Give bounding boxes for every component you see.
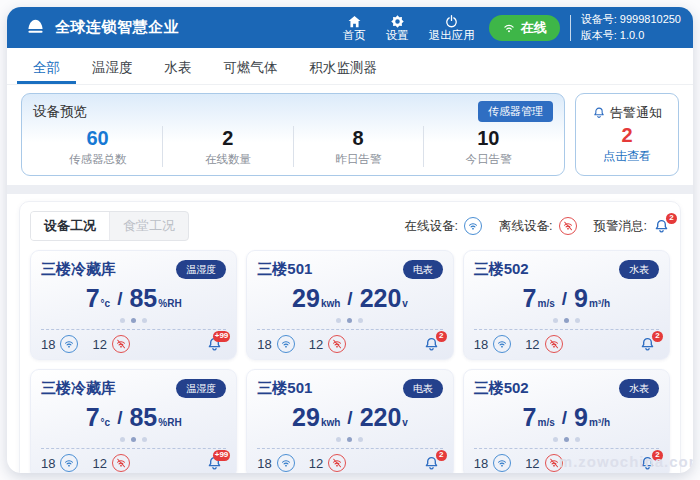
online-status-badge[interactable]: 在线 [489,15,560,41]
carousel-dots[interactable] [474,318,659,323]
device-name: 三楼501 [257,260,312,279]
tab-canteen-status[interactable]: 食堂工况 [110,212,188,240]
legend-offline-devices: 离线设备: [499,217,576,235]
app-window: 全球连锁智慧企业 首页 设置 退出应用 [7,7,693,473]
bell-icon [592,106,606,120]
gear-icon [390,14,405,29]
carousel-dot-active [131,318,136,323]
legend-online-devices: 在线设备: [405,217,482,235]
device-overview-panel: 设备预览 传感器管理 60 传感器总数 2 在线数量 8 昨日告警 10 [21,93,565,176]
legend-offline-label: 离线设备: [499,218,552,235]
card-alert-bell-icon[interactable]: +99 [206,455,223,472]
alarm-notification-panel[interactable]: 告警通知 2 点击查看 [575,93,679,176]
alarm-count: 2 [621,124,632,146]
reading-value-1: 29 [292,405,320,430]
carousel-dots[interactable] [257,318,442,323]
device-card[interactable]: 三楼冷藏库 温湿度 7°c / 85%RH 18 12 +99 [30,250,237,360]
wifi-offline-icon [545,454,563,472]
alarm-view-link[interactable]: 点击查看 [603,148,651,165]
online-count: 18 [474,337,488,352]
reading-unit-1: m/s [537,417,555,430]
carousel-dot [120,437,125,442]
filter-tab-all[interactable]: 全部 [17,48,76,84]
online-count: 18 [257,456,271,471]
stat-value: 2 [163,127,292,150]
legend-online-label: 在线设备: [405,218,458,235]
wifi-offline-icon [545,335,563,353]
reading-separator: / [117,407,122,430]
card-alert-bell-icon[interactable]: +99 [206,336,223,353]
card-alert-bell-icon[interactable]: 2 [639,455,656,472]
reading-unit-2: %RH [157,417,181,430]
card-alert-bell-icon[interactable]: 2 [423,455,440,472]
device-card[interactable]: 三楼冷藏库 温湿度 7°c / 85%RH 18 12 +99 [30,369,237,473]
reading-value-2: 9 [574,286,588,311]
carousel-dot [553,318,558,323]
reading-unit-1: kwh [320,417,340,430]
carousel-dot [358,437,363,442]
reading-separator: / [562,407,567,430]
nav-home[interactable]: 首页 [343,14,366,42]
device-readings: 7°c / 85%RH [41,405,226,430]
sensor-manage-button[interactable]: 传感器管理 [478,101,553,122]
carousel-dots[interactable] [257,437,442,442]
stat-today-alarms: 10 今日告警 [423,126,553,167]
card-alert-badge: 2 [652,450,663,461]
device-name: 三楼冷藏库 [41,260,116,279]
reading-value-1: 29 [292,286,320,311]
reading-unit-2: v [401,417,408,430]
reading-separator: / [117,288,122,311]
reading-value-1: 7 [523,286,537,311]
reading-value-2: 85 [129,286,157,311]
app-title: 全球连锁智慧企业 [55,18,179,37]
filter-tab-flood-monitor[interactable]: 积水监测器 [294,48,394,84]
device-card[interactable]: 三楼502 水表 7m/s / 9m³/h 18 12 2 [463,250,670,360]
reading-value-1: 7 [86,405,100,430]
carousel-dots[interactable] [474,437,659,442]
reading-unit-1: °c [100,298,111,311]
device-type-badge: 温湿度 [176,379,226,398]
offline-count: 12 [92,456,106,471]
device-readings: 7m/s / 9m³/h [474,405,659,430]
filter-tab-bar: 全部 温湿度 水表 可燃气体 积水监测器 [7,48,693,85]
stat-online-count: 2 在线数量 [162,126,292,167]
device-card[interactable]: 三楼501 电表 29kwh / 220v 18 12 2 [246,369,453,473]
carousel-dot-active [347,437,352,442]
device-card[interactable]: 三楼502 水表 7m/s / 9m³/h 18 12 2 [463,369,670,473]
device-card[interactable]: 三楼501 电表 29kwh / 220v 18 12 2 [246,250,453,360]
section-divider [7,185,693,194]
offline-count: 12 [309,337,323,352]
brand-logo-icon [25,17,46,38]
alarm-title: 告警通知 [610,104,662,122]
stat-value: 10 [424,127,553,150]
legend-alert-label: 预警消息: [594,218,647,235]
home-icon [347,14,362,29]
alert-bell-icon[interactable]: 2 [653,218,670,235]
reading-value-2: 220 [360,286,402,311]
offline-count: 12 [525,456,539,471]
nav-settings[interactable]: 设置 [386,14,409,42]
filter-tab-gas[interactable]: 可燃气体 [208,48,294,84]
stat-label: 传感器总数 [33,152,162,167]
carousel-dot [553,437,558,442]
device-type-badge: 电表 [403,260,443,279]
carousel-dots[interactable] [41,437,226,442]
filter-tab-temp-humidity[interactable]: 温湿度 [76,48,149,84]
device-name: 三楼501 [257,379,312,398]
reading-value-1: 7 [523,405,537,430]
stat-value: 60 [33,127,162,150]
card-alert-bell-icon[interactable]: 2 [423,336,440,353]
carousel-dots[interactable] [41,318,226,323]
tab-device-status[interactable]: 设备工况 [31,212,110,240]
carousel-dot-active [131,437,136,442]
filter-tab-water-meter[interactable]: 水表 [149,48,208,84]
reading-value-2: 220 [360,405,402,430]
carousel-dot [142,318,147,323]
device-readings: 29kwh / 220v [257,286,442,311]
legend-alert-messages: 预警消息: 2 [594,218,670,235]
card-alert-bell-icon[interactable]: 2 [639,336,656,353]
nav-home-label: 首页 [343,29,366,42]
nav-exit[interactable]: 退出应用 [429,14,475,42]
carousel-dot [575,437,580,442]
header-nav: 首页 设置 退出应用 [343,14,475,42]
